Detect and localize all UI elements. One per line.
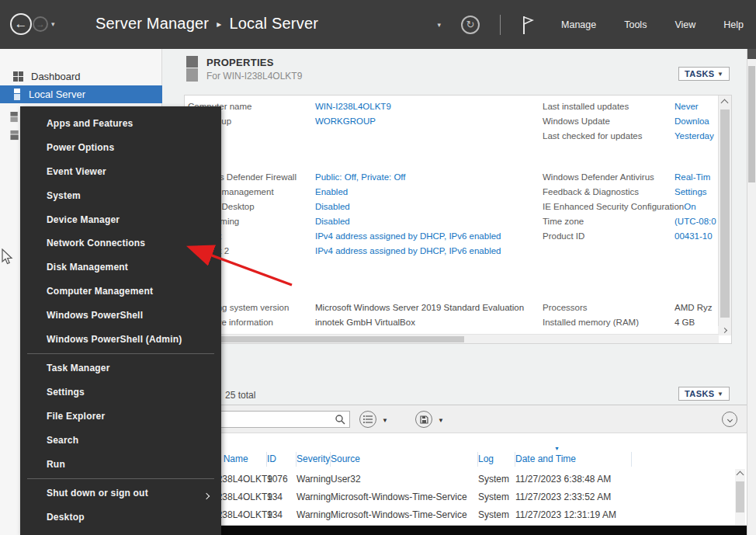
- events-filter-bar: ▼ ▼: [185, 405, 747, 433]
- property-value-link[interactable]: 00431-10: [675, 229, 713, 244]
- windows-taskbar[interactable]: [162, 526, 756, 535]
- column-header-severity[interactable]: Severity: [297, 452, 331, 467]
- properties-tasks-button[interactable]: TASKS ▼: [678, 67, 730, 81]
- menu-item[interactable]: Windows PowerShell (Admin): [20, 327, 221, 351]
- events-tasks-button[interactable]: TASKS ▼: [678, 387, 730, 401]
- menu-help[interactable]: Help: [723, 19, 744, 30]
- event-datetime: 11/27/2023 12:31:19 AM: [515, 506, 632, 524]
- property-value-link[interactable]: On: [684, 200, 695, 214]
- menu-item[interactable]: Computer Management: [20, 280, 221, 304]
- property-value-link[interactable]: Real-Tim: [675, 170, 710, 185]
- menu-item[interactable]: Network Connections: [20, 231, 221, 255]
- column-header-id[interactable]: ID: [267, 452, 297, 467]
- property-value-link[interactable]: Enabled: [315, 185, 348, 200]
- menu-item[interactable]: Device Manager: [20, 207, 221, 231]
- scroll-right-icon[interactable]: [721, 328, 727, 333]
- menu-item-label: Disk Management: [47, 262, 128, 273]
- menu-item-label: Desktop: [47, 512, 85, 523]
- menu-item[interactable]: System: [20, 183, 221, 207]
- property-value-link[interactable]: (UTC-08:0: [675, 214, 716, 229]
- property-row: Windows Defender FirewallPublic: Off, Pr…: [188, 170, 501, 185]
- properties-vertical-scrollbar[interactable]: [718, 96, 731, 335]
- property-value-link[interactable]: Settings: [675, 185, 707, 200]
- filter-list-caret-icon[interactable]: ▼: [382, 417, 388, 424]
- menu-item[interactable]: Apps and Features: [20, 112, 221, 136]
- menu-item-label: Windows PowerShell (Admin): [47, 334, 182, 345]
- menu-manage[interactable]: Manage: [561, 19, 596, 30]
- property-row: Windows UpdateDownloa: [543, 114, 714, 129]
- back-button[interactable]: ←: [10, 13, 32, 35]
- event-datetime: 11/27/2023 6:38:48 AM: [515, 471, 632, 488]
- all-servers-icon: [9, 112, 21, 123]
- refresh-icon[interactable]: ↻: [461, 16, 480, 34]
- scrollbar-thumb[interactable]: [736, 481, 744, 512]
- scrollbar-thumb[interactable]: [188, 336, 464, 342]
- menu-item[interactable]: Shut down or sign out: [20, 481, 221, 505]
- menu-item[interactable]: Task Manager: [20, 356, 221, 380]
- property-value-link[interactable]: Disabled: [315, 200, 350, 214]
- property-value-link[interactable]: Yesterday: [675, 129, 714, 144]
- sidebar-item-local-server[interactable]: Local Server: [0, 85, 162, 103]
- scroll-up-icon[interactable]: [721, 99, 729, 107]
- menu-item-label: File Explorer: [47, 411, 105, 422]
- menu-item-label: Run: [47, 459, 65, 470]
- menu-item[interactable]: Settings: [20, 380, 221, 405]
- forward-button[interactable]: →: [33, 16, 48, 32]
- save-query-button[interactable]: [415, 411, 432, 428]
- save-query-caret-icon[interactable]: ▼: [438, 417, 444, 424]
- scroll-up-icon[interactable]: [737, 471, 744, 479]
- property-row: Last checked for updatesYesterday: [543, 129, 714, 144]
- property-value-link[interactable]: Never: [675, 99, 699, 114]
- menu-item[interactable]: Desktop: [20, 505, 221, 530]
- scrollbar-thumb[interactable]: [748, 66, 755, 182]
- menu-item[interactable]: Disk Management: [20, 255, 221, 280]
- event-id: 134: [267, 506, 297, 524]
- event-row[interactable]: WIN-I238L4OLKT9 134 Warning Microsoft-Wi…: [187, 488, 738, 506]
- column-header-source[interactable]: Source: [331, 452, 478, 467]
- menu-view[interactable]: View: [675, 19, 695, 30]
- sidebar-item-dashboard[interactable]: Dashboard: [0, 68, 162, 85]
- filter-list-button[interactable]: [359, 411, 376, 428]
- event-row[interactable]: WIN-I238L4OLKT9 1076 Warning User32 Syst…: [187, 471, 738, 488]
- sort-descending-icon: ▼: [554, 446, 560, 451]
- event-source: User32: [331, 471, 478, 488]
- menu-item[interactable]: Search: [20, 428, 221, 452]
- property-value-link[interactable]: WIN-I238L4OLKT9: [315, 99, 391, 114]
- scroll-right-corner[interactable]: [718, 326, 730, 335]
- notifications-flag-icon[interactable]: [521, 14, 535, 36]
- menu-item-label: Event Viewer: [47, 166, 106, 177]
- submenu-chevron-icon: [204, 490, 209, 501]
- property-value: 4 GB: [675, 315, 695, 330]
- property-value-link[interactable]: WORKGROUP: [315, 114, 376, 129]
- menu-tools[interactable]: Tools: [624, 19, 647, 30]
- properties-group: Windows Defender AntivirusReal-TimFeedba…: [543, 170, 716, 244]
- properties-horizontal-scrollbar[interactable]: [185, 334, 719, 343]
- property-value-link[interactable]: Disabled: [315, 214, 350, 229]
- collapse-events-button[interactable]: [722, 412, 737, 427]
- menu-item-label: Windows PowerShell: [47, 310, 143, 321]
- menu-item[interactable]: Windows PowerShell: [20, 303, 221, 327]
- scrollbar-thumb[interactable]: [720, 109, 730, 318]
- column-header-date-time[interactable]: ▼Date and Time: [515, 452, 632, 467]
- event-row[interactable]: WIN-I238L4OLKT9 134 Warning Microsoft-Wi…: [187, 506, 738, 524]
- property-value-link[interactable]: IPv4 address assigned by DHCP, IPv6 enab…: [315, 244, 501, 259]
- nav-history-caret-icon[interactable]: ▾: [51, 20, 55, 28]
- property-value-link[interactable]: Downloa: [675, 114, 709, 129]
- events-vertical-scrollbar[interactable]: [735, 469, 745, 525]
- breadcrumb-root[interactable]: Server Manager: [95, 15, 209, 32]
- property-row: Windows Defender AntivirusReal-Tim: [543, 170, 716, 185]
- property-value-link[interactable]: IPv4 address assigned by DHCP, IPv6 enab…: [315, 229, 501, 244]
- window-vertical-scrollbar[interactable]: [747, 49, 756, 535]
- property-value: AMD Ryz: [675, 301, 713, 315]
- manageability-caret-icon[interactable]: ▾: [438, 21, 442, 29]
- column-header-log[interactable]: Log: [478, 452, 515, 467]
- menu-item[interactable]: Power Options: [20, 136, 221, 160]
- menu-item[interactable]: File Explorer: [20, 405, 221, 429]
- menu-item-label: Apps and Features: [47, 118, 133, 129]
- search-icon[interactable]: [335, 414, 345, 425]
- property-value-link[interactable]: Public: Off, Private: Off: [315, 170, 406, 185]
- properties-subtitle: For WIN-I238L4OLKT9: [206, 71, 302, 82]
- menu-item[interactable]: Event Viewer: [20, 160, 221, 184]
- winx-context-menu: Apps and Features Power Options Event Vi…: [20, 106, 221, 535]
- menu-item[interactable]: Run: [20, 452, 221, 476]
